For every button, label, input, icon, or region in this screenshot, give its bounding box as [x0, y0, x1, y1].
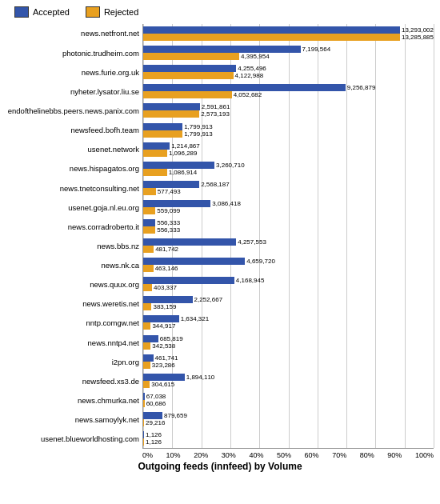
rejected-value: 29,216	[146, 419, 165, 426]
accepted-value: 879,659	[164, 412, 187, 419]
rejected-value: 323,286	[152, 362, 175, 369]
grid-line	[434, 24, 434, 448]
accepted-value: 685,819	[160, 335, 183, 342]
x-tick-label: 80%	[360, 451, 374, 459]
bar-row: 556,333556,333	[143, 217, 434, 236]
accepted-value: 461,741	[155, 354, 178, 362]
bar-row: 1,799,9131,799,913	[143, 120, 434, 139]
y-label: news.nk.ca	[6, 256, 139, 275]
rejected-bar	[143, 169, 167, 176]
x-tick-label: 60%	[305, 451, 319, 459]
y-label: news.furie.org.uk	[6, 62, 139, 82]
y-label: news.tnetconsulting.net	[6, 178, 139, 198]
x-tick-label: 10%	[166, 451, 181, 459]
bar-row: 2,568,187577,493	[143, 178, 434, 198]
rejected-value: 4,122,988	[235, 72, 264, 79]
bar-row: 2,252,667383,159	[143, 294, 434, 313]
accepted-bar	[143, 315, 179, 322]
bar-row: 879,65929,216	[143, 410, 434, 429]
rejected-value: 344,917	[152, 322, 175, 330]
accepted-value: 4,255,496	[238, 65, 266, 72]
accepted-value: 4,257,553	[238, 238, 266, 246]
y-label: news.bbs.nz	[6, 237, 139, 256]
accepted-value: 2,252,667	[194, 296, 223, 303]
rejected-bar	[143, 362, 150, 369]
rejected-value: 13,285,885	[402, 34, 434, 41]
accepted-bar	[143, 84, 346, 91]
bar-row: 1,214,8671,096,289	[143, 140, 434, 159]
rejected-value: 4,395,954	[241, 53, 270, 60]
accepted-value: 67,038	[146, 393, 166, 400]
rejected-bar	[143, 91, 232, 98]
accepted-bar	[143, 374, 185, 381]
accepted-bar	[143, 335, 158, 342]
rejected-value: 463,146	[155, 265, 178, 272]
bar-row: 7,199,5644,395,954	[143, 43, 434, 62]
y-label: news.corradroberto.it	[6, 217, 139, 236]
accepted-value: 9,256,879	[347, 84, 376, 91]
rejected-bar	[143, 110, 199, 118]
bar-row: 9,256,8794,052,682	[143, 82, 434, 101]
y-label: usenet.network	[6, 140, 139, 159]
bar-row: 2,591,8612,573,193	[143, 101, 434, 120]
rejected-bar	[143, 34, 400, 41]
rejected-value: 1,096,289	[169, 150, 198, 157]
chart-container: Accepted Rejected news.netfront.netphoto…	[0, 0, 440, 504]
rejected-value: 403,337	[154, 284, 177, 291]
rejected-bar	[143, 246, 154, 253]
accepted-value: 1,799,913	[184, 123, 213, 130]
rejected-value: 342,538	[152, 342, 175, 350]
accepted-bar	[143, 258, 245, 265]
rejected-value: 4,052,682	[234, 91, 262, 98]
accepted-value: 3,086,418	[212, 200, 241, 207]
rejected-bar	[143, 400, 145, 407]
y-label: nyheter.lysator.liu.se	[6, 82, 139, 101]
y-label: endofthelinebbs.peers.news.panix.com	[6, 102, 139, 121]
legend-rejected: Rejected	[86, 6, 138, 18]
rejected-bar	[143, 438, 144, 446]
bar-row: 1,894,110304,615	[143, 371, 434, 390]
y-axis-labels: news.netfront.netphotonic.trudheim.comne…	[6, 24, 142, 449]
accepted-bar	[143, 65, 236, 72]
y-label: newsfeed.bofh.team	[6, 121, 139, 140]
y-label: news.chmurka.net	[6, 391, 139, 410]
bar-row: 4,255,4964,122,988	[143, 62, 434, 82]
rejected-value: 60,686	[146, 400, 166, 407]
accepted-bar	[143, 26, 400, 34]
rejected-bar	[143, 322, 150, 330]
chart-title: Outgoing feeds (innfeed) by Volume	[6, 461, 434, 472]
x-tick-label: 50%	[277, 451, 291, 459]
accepted-bar	[143, 354, 154, 362]
bar-row: 461,741323,286	[143, 352, 434, 371]
accepted-swatch	[14, 6, 29, 18]
accepted-bar	[143, 296, 193, 303]
accepted-bar	[143, 412, 162, 419]
rejected-bar	[143, 284, 152, 291]
chart-area: news.netfront.netphotonic.trudheim.comne…	[6, 24, 434, 449]
rejected-bar	[143, 130, 182, 138]
rejected-bar	[143, 53, 239, 60]
y-label: usenet.blueworldhosting.com	[6, 430, 139, 449]
rejected-bar	[143, 419, 144, 426]
accepted-bar	[143, 181, 199, 188]
rejected-value: 481,742	[155, 246, 178, 253]
accepted-value: 1,894,110	[186, 374, 215, 381]
accepted-bar	[143, 103, 200, 110]
y-label: i2pn.org	[6, 352, 139, 371]
bar-row: 4,257,553481,742	[143, 236, 434, 255]
rejected-bar	[143, 188, 156, 195]
bar-row: 685,819342,538	[143, 333, 434, 352]
accepted-bar	[143, 219, 155, 226]
x-tick-label: 70%	[332, 451, 346, 459]
rejected-bar	[143, 72, 234, 79]
y-label: news.netfront.net	[6, 24, 139, 43]
legend-accepted: Accepted	[14, 6, 70, 18]
rejected-bar	[143, 342, 150, 350]
y-label: photonic.trudheim.com	[6, 43, 139, 62]
y-label: news.samoylyk.net	[6, 410, 139, 430]
accepted-bar	[143, 277, 234, 284]
accepted-value: 2,568,187	[201, 181, 230, 188]
rejected-value: 1,799,913	[184, 130, 213, 138]
rejected-value: 1,086,914	[169, 169, 198, 176]
accepted-value: 1,634,321	[181, 315, 210, 322]
